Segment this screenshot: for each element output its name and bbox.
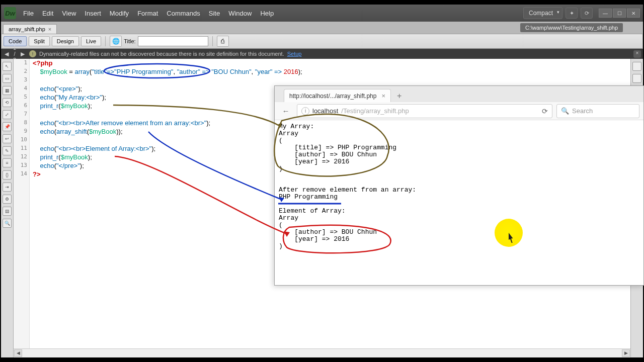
- view-split-button[interactable]: Split: [29, 36, 49, 46]
- setup-link[interactable]: Setup: [287, 51, 302, 57]
- info-message: Dynamically-related files can not be dis…: [39, 51, 284, 57]
- url-bar[interactable]: i localhost/Testing/array_shift.php ⟳: [297, 104, 552, 118]
- title-label: Title:: [124, 38, 135, 44]
- title-input[interactable]: [138, 36, 208, 46]
- tool-list-icon[interactable]: ≡: [3, 158, 12, 167]
- maximize-button[interactable]: ☐: [613, 9, 626, 18]
- url-host: localhost: [312, 107, 338, 115]
- browser-toolbar: ← i localhost/Testing/array_shift.php ⟳ …: [275, 102, 643, 120]
- document-tab[interactable]: array_shift.php ×: [3, 24, 57, 34]
- tool-expand-icon[interactable]: ⤢: [3, 110, 12, 119]
- close-button[interactable]: ✕: [627, 9, 640, 18]
- scroll-right-icon[interactable]: ▶: [622, 349, 630, 357]
- minimize-button[interactable]: —: [599, 9, 612, 18]
- panel-files-icon[interactable]: [632, 74, 641, 83]
- sync-icon[interactable]: ⟳: [581, 8, 593, 19]
- browser-tab-strip: http://localhost/.../array_shift.php × +: [275, 86, 643, 102]
- warning-icon: !: [29, 50, 36, 57]
- tool-comment-icon[interactable]: ✎: [3, 146, 12, 155]
- document-path: C:\wamp\www\Testing\array_shift.php: [520, 23, 623, 32]
- main-menu: File Edit View Insert Modify Format Comm…: [23, 10, 274, 17]
- menu-commands[interactable]: Commands: [167, 10, 200, 17]
- search-bar[interactable]: 🔍 Search: [556, 104, 639, 118]
- browser-tab-close-icon[interactable]: ×: [381, 92, 385, 100]
- back-button[interactable]: ←: [279, 104, 293, 118]
- extend-icon[interactable]: ✦: [566, 8, 578, 19]
- reload-icon[interactable]: ⟳: [542, 107, 548, 115]
- document-tab-label: array_shift.php: [9, 26, 45, 32]
- tool-pin-icon[interactable]: 📌: [3, 122, 12, 131]
- menu-site[interactable]: Site: [209, 10, 220, 17]
- menu-window[interactable]: Window: [228, 10, 252, 17]
- tool-image-icon[interactable]: ▦: [3, 86, 12, 95]
- browser-tab[interactable]: http://localhost/.../array_shift.php ×: [284, 89, 391, 102]
- pointer-highlight-icon: [495, 219, 523, 247]
- browser-tab-title: http://localhost/.../array_shift.php: [289, 93, 376, 100]
- preview-browser-icon[interactable]: 🌐: [110, 36, 122, 47]
- titlebar: Dw File Edit View Insert Modify Format C…: [1, 5, 643, 22]
- tool-select-icon[interactable]: ↖: [3, 62, 12, 71]
- nav-next-icon[interactable]: ▶: [19, 51, 26, 57]
- close-tab-icon[interactable]: ×: [48, 26, 51, 32]
- tool-format-icon[interactable]: ⚙: [3, 195, 12, 204]
- new-tab-button[interactable]: +: [394, 90, 405, 102]
- tool-collapse-icon[interactable]: ▤: [3, 207, 12, 216]
- workspace-switcher[interactable]: Compact: [523, 7, 562, 19]
- search-placeholder: Search: [572, 107, 593, 115]
- menu-modify[interactable]: Modify: [110, 10, 129, 17]
- horizontal-scrollbar[interactable]: ◀ ▶: [14, 348, 630, 357]
- view-design-button[interactable]: Design: [52, 36, 79, 46]
- line-gutter: 1234567891011121314: [14, 59, 30, 357]
- menu-view[interactable]: View: [62, 10, 76, 17]
- tool-search-icon[interactable]: 🔍: [3, 219, 12, 228]
- app-logo: Dw: [4, 7, 16, 19]
- left-tool-rail: ↖ ▭ ▦ ⟲ ⤢ 📌 ↩ ✎ ≡ {} ⇥ ⚙ ▤ 🔍: [1, 59, 14, 357]
- tool-div-icon[interactable]: ▭: [3, 74, 12, 83]
- menu-format[interactable]: Format: [137, 10, 158, 17]
- nav-prev-icon[interactable]: ◀: [3, 51, 10, 57]
- tool-wrap-icon[interactable]: ↩: [3, 134, 12, 143]
- scroll-left-icon[interactable]: ◀: [14, 349, 22, 357]
- page-info-icon[interactable]: i: [301, 107, 309, 115]
- tool-indent-icon[interactable]: ⇥: [3, 183, 12, 192]
- view-live-button[interactable]: Live: [81, 36, 101, 46]
- tool-refresh-icon[interactable]: ⟲: [3, 98, 12, 107]
- document-toolbar: Code Split Design Live 🌐 Title: ⎙: [1, 34, 643, 49]
- infobar-close-icon[interactable]: ×: [633, 50, 641, 58]
- url-path: /Testing/array_shift.php: [341, 107, 409, 115]
- panel-css-icon[interactable]: [632, 62, 641, 71]
- menu-insert[interactable]: Insert: [85, 10, 101, 17]
- search-icon: 🔍: [561, 107, 569, 115]
- file-management-icon[interactable]: ⎙: [217, 36, 229, 47]
- browser-page-content: My Array: Array ( [title] => PHP Program…: [275, 120, 643, 285]
- browser-window: http://localhost/.../array_shift.php × +…: [274, 85, 644, 286]
- menu-file[interactable]: File: [23, 10, 34, 17]
- info-bar: ◀ 1 / 2 ▶ ! Dynamically-related files ca…: [1, 49, 643, 59]
- tool-brackets-icon[interactable]: {}: [3, 170, 12, 179]
- menu-help[interactable]: Help: [260, 10, 274, 17]
- document-tabs: array_shift.php × C:\wamp\www\Testing\ar…: [1, 22, 643, 34]
- menu-edit[interactable]: Edit: [42, 10, 53, 17]
